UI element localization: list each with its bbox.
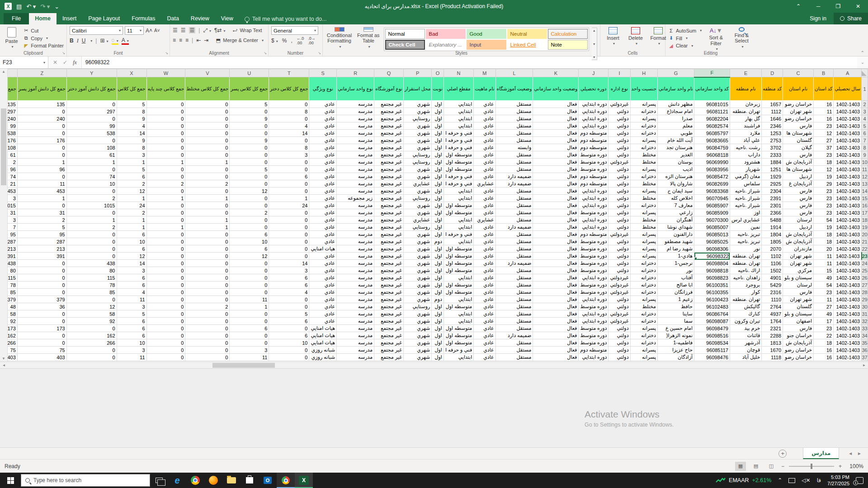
- column-header-K[interactable]: K: [533, 69, 579, 77]
- cell-H34[interactable]: دخترانه: [630, 332, 657, 339]
- cell-A18[interactable]: 1402-1403: [834, 216, 862, 224]
- cell-V7[interactable]: 0: [185, 137, 230, 144]
- row-header-12[interactable]: 12: [862, 173, 868, 180]
- cell-Y3[interactable]: 297: [66, 108, 117, 115]
- cell-O8[interactable]: اول: [432, 144, 444, 151]
- column-header-X[interactable]: X: [117, 69, 146, 77]
- cell-K12[interactable]: فعال: [533, 173, 579, 180]
- cell-X29[interactable]: 11: [117, 296, 146, 303]
- cell-S18[interactable]: عادي: [309, 216, 337, 224]
- insert-function-icon[interactable]: fx: [73, 59, 77, 66]
- cell-T8[interactable]: 8: [269, 144, 309, 151]
- cell-K20[interactable]: فعال: [533, 231, 579, 238]
- cell-D15[interactable]: 2391: [762, 195, 783, 202]
- rtl-direction-button[interactable]: ¶⇄▾: [214, 27, 226, 33]
- decrease-decimal-button[interactable]: .0→.00: [308, 36, 316, 45]
- cell-A16[interactable]: 1402-1403: [834, 202, 862, 209]
- row-header-25[interactable]: 25: [862, 267, 868, 274]
- cell-F8[interactable]: 96084759: [694, 144, 730, 151]
- cell-F33[interactable]: 96098479: [694, 325, 730, 332]
- align-top-icon[interactable]: ☰: [173, 27, 178, 33]
- cell-L9[interactable]: مستقل: [495, 151, 533, 159]
- cell-Y1[interactable]: جمع کل دانش آموز دختر: [66, 77, 117, 101]
- cell-E37[interactable]: خليل آباد: [730, 354, 761, 361]
- scroll-down-icon[interactable]: ▼: [2, 357, 5, 361]
- cell-AA37[interactable]: 403: [8, 354, 17, 361]
- cell-D10[interactable]: 1884: [762, 159, 783, 166]
- cell-Z7[interactable]: 176: [17, 137, 66, 144]
- cell-I29[interactable]: دولتي: [609, 296, 630, 303]
- number-dialog-launcher[interactable]: ↘: [318, 51, 321, 55]
- stock-ticker-widget[interactable]: EMAAR +2.61%: [716, 477, 771, 483]
- cell-T36[interactable]: 0: [269, 347, 309, 354]
- cell-V3[interactable]: 0: [185, 108, 230, 115]
- cell-W8[interactable]: 0: [146, 144, 185, 151]
- cell-N1[interactable]: مقطع اصلي: [443, 77, 473, 101]
- cell-I12[interactable]: دولتي: [609, 173, 630, 180]
- cell-X12[interactable]: 6: [117, 173, 146, 180]
- cell-I10[interactable]: غيردولتي: [609, 159, 630, 166]
- cell-AA12[interactable]: 74: [8, 173, 17, 180]
- cell-V19[interactable]: 1: [185, 224, 230, 231]
- cell-I11[interactable]: دولتي: [609, 166, 630, 173]
- column-header-H[interactable]: H: [630, 69, 657, 77]
- row-header-3[interactable]: 3: [862, 108, 868, 115]
- cell-S4[interactable]: عادي: [309, 115, 337, 122]
- cell-L35[interactable]: مستقل: [495, 339, 533, 347]
- cell-I28[interactable]: غيردولتي: [609, 289, 630, 296]
- cell-Q34[interactable]: غير مجتمع: [374, 332, 404, 339]
- cell-T23[interactable]: 0: [269, 253, 309, 260]
- cell-E22[interactable]: نور: [730, 245, 761, 253]
- cell-H26[interactable]: دخترانه: [630, 274, 657, 282]
- cell-D11[interactable]: 1251: [762, 166, 783, 173]
- cell-Z29[interactable]: 379: [17, 296, 66, 303]
- cell-E3[interactable]: تهران .منطقه: [730, 108, 761, 115]
- cell-C16[interactable]: فارس: [783, 202, 814, 209]
- cell-T15[interactable]: 1: [269, 195, 309, 202]
- cell-Y30[interactable]: 12: [66, 303, 117, 310]
- cell-O28[interactable]: اول: [432, 289, 444, 296]
- cell-V20[interactable]: 0: [185, 231, 230, 238]
- cell-K36[interactable]: فعال: [533, 347, 579, 354]
- cell-K24[interactable]: فعال: [533, 260, 579, 267]
- cell-C2[interactable]: خراسان رضو: [783, 101, 814, 108]
- cell-C18[interactable]: لرستان: [783, 216, 814, 224]
- align-left-icon[interactable]: ≡: [173, 37, 176, 43]
- cell-S35[interactable]: هيات امنايي: [309, 339, 337, 347]
- cell-A7[interactable]: 1402-1403: [834, 137, 862, 144]
- cell-B9[interactable]: 23: [814, 151, 834, 159]
- cell-R10[interactable]: مدرسه: [337, 159, 374, 166]
- cell-B1[interactable]: کد استان: [814, 77, 834, 101]
- cell-style-input[interactable]: Input: [467, 40, 506, 50]
- cell-H15[interactable]: مختلط: [630, 195, 657, 202]
- cell-J34[interactable]: دوره متوسط: [579, 332, 609, 339]
- cell-W12[interactable]: 0: [146, 173, 185, 180]
- column-header-Q[interactable]: Q: [374, 69, 404, 77]
- share-button[interactable]: Share: [834, 13, 868, 24]
- cell-L30[interactable]: مستقل: [495, 303, 533, 310]
- cell-O27[interactable]: اول: [432, 282, 444, 289]
- cell-B11[interactable]: 12: [814, 166, 834, 173]
- cell-U28[interactable]: 0: [230, 289, 269, 296]
- cell-O4[interactable]: اول: [432, 115, 444, 122]
- cell-A11[interactable]: 1402-1403: [834, 166, 862, 173]
- cell-F4[interactable]: 96082204: [694, 115, 730, 122]
- cell-U5[interactable]: 0: [230, 122, 269, 130]
- cell-G14[interactable]: سيد ايمان ح: [658, 188, 694, 195]
- cell-O33[interactable]: اول: [432, 325, 444, 332]
- cell-D14[interactable]: 2304: [762, 188, 783, 195]
- cell-C17[interactable]: فارس: [783, 209, 814, 216]
- cell-Z14[interactable]: 453: [17, 188, 66, 195]
- cell-H35[interactable]: دخترانه: [630, 339, 657, 347]
- cell-S6[interactable]: عادي: [309, 130, 337, 137]
- cell-D1[interactable]: کد منطقه: [762, 77, 783, 101]
- cell-style-note[interactable]: Note: [548, 40, 588, 50]
- cell-P9[interactable]: روستايي: [404, 151, 432, 159]
- cell-P30[interactable]: روستايي: [404, 303, 432, 310]
- cell-D13[interactable]: 2925: [762, 180, 783, 188]
- cell-M37[interactable]: عادي: [474, 354, 495, 361]
- cell-P19[interactable]: روستايي: [404, 224, 432, 231]
- cell-O9[interactable]: اول: [432, 151, 444, 159]
- cell-X16[interactable]: 24: [117, 202, 146, 209]
- cell-L28[interactable]: مستقل: [495, 289, 533, 296]
